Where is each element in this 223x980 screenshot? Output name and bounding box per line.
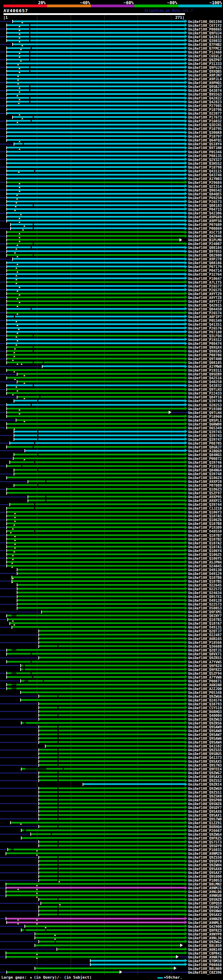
hit-bar[interactable] — [6, 887, 184, 889]
hit-bar[interactable] — [10, 622, 184, 624]
hit-bar[interactable] — [7, 189, 184, 191]
hit-bar[interactable] — [18, 607, 184, 609]
hit-label[interactable]: UniRef100_P08706 — [188, 353, 221, 357]
hit-bar[interactable] — [7, 423, 184, 425]
hit-bar[interactable] — [7, 653, 184, 655]
hit-bar[interactable] — [7, 331, 184, 333]
hit-label[interactable]: UniRef100_P18566 — [188, 641, 221, 644]
hit-bar[interactable] — [39, 760, 184, 762]
hit-label[interactable]: UniRef100_P19309 — [188, 526, 221, 530]
hit-bar[interactable] — [7, 369, 184, 371]
hit-bar[interactable] — [14, 400, 184, 401]
hit-label[interactable]: UniRef100_Q9SEB9 — [188, 372, 221, 376]
hit-label[interactable]: UniRef100_Q42306 — [188, 212, 221, 215]
hit-label[interactable]: UniRef100_Q39744 — [188, 503, 221, 506]
hit-label[interactable]: UniRef100_Q9FRZ2 — [188, 668, 221, 671]
hit-bar[interactable] — [6, 883, 184, 885]
hit-bar[interactable] — [12, 626, 184, 628]
hit-bar[interactable] — [7, 135, 184, 137]
hit-label[interactable]: UniRef100_Q36688 — [188, 644, 221, 648]
hit-label[interactable]: UniRef100_P16032 — [188, 119, 221, 123]
hit-bar[interactable] — [7, 239, 180, 240]
hit-label[interactable]: UniRef100_Q8VX71 — [188, 652, 221, 656]
hit-label[interactable]: UniRef100_P10796 — [188, 108, 221, 111]
hit-label[interactable]: UniRef100_A1YMW8 — [188, 365, 221, 369]
hit-bar[interactable] — [7, 492, 184, 494]
hit-label[interactable]: UniRef100_A9XP21 — [188, 499, 221, 503]
hit-label[interactable]: UniRef100_Q3ECH1 — [188, 123, 221, 127]
hit-bar[interactable] — [42, 611, 184, 612]
hit-label[interactable]: UniRef100_C0PR41 — [188, 951, 221, 955]
hit-bar[interactable] — [16, 687, 184, 689]
hit-bar[interactable] — [7, 193, 184, 195]
hit-label[interactable]: UniRef100_C6SVL2 — [188, 54, 221, 58]
hit-label[interactable]: UniRef100_Q84NG5 — [188, 453, 221, 457]
hit-label[interactable]: UniRef100_Q9ZSS5 — [188, 748, 221, 752]
hit-label[interactable]: UniRef100_Q42915 — [188, 304, 221, 307]
hit-bar[interactable] — [7, 354, 184, 356]
hit-label[interactable]: UniRef100_Q107B6 — [188, 576, 221, 579]
hit-bar[interactable] — [39, 872, 184, 873]
hit-label[interactable]: UniRef100_Q107B5 — [188, 579, 221, 583]
hit-label[interactable]: UniRef100_Q9FEE4 — [188, 767, 221, 771]
hit-label[interactable]: UniRef100_Q9ZRI4 — [188, 783, 221, 786]
hit-label[interactable]: UniRef100_P19310 — [188, 465, 221, 468]
hit-bar[interactable] — [16, 615, 184, 616]
hit-bar[interactable] — [7, 178, 184, 180]
hit-bar[interactable] — [7, 212, 184, 214]
hit-bar[interactable] — [14, 434, 184, 436]
hit-label[interactable]: UniRef100_Q1ZZ91 — [188, 821, 221, 825]
hit-label[interactable]: UniRef100_P08705 — [188, 442, 221, 445]
hit-bar[interactable] — [7, 687, 11, 689]
hit-label[interactable]: UniRef100_Q9SAX1 — [188, 813, 221, 817]
hit-bar[interactable] — [39, 737, 184, 739]
hit-bar[interactable] — [7, 293, 184, 294]
hit-label[interactable]: UniRef100_B8LRS9 — [188, 944, 221, 948]
hit-bar[interactable] — [39, 868, 184, 869]
hit-bar[interactable] — [14, 438, 184, 440]
hit-label[interactable]: UniRef100_Q9SAX3 — [188, 775, 221, 779]
hit-bar[interactable] — [7, 147, 184, 148]
hit-bar[interactable] — [39, 795, 184, 797]
hit-label[interactable]: UniRef100_B7FMC2 — [188, 46, 221, 51]
hit-bar[interactable] — [7, 231, 184, 233]
hit-bar[interactable] — [7, 24, 184, 26]
hit-bar[interactable] — [25, 450, 184, 452]
hit-label[interactable]: UniRef100_A9YTZ7 — [188, 300, 221, 304]
hit-bar[interactable] — [7, 388, 184, 390]
hit-bar[interactable] — [39, 780, 184, 781]
hit-bar[interactable] — [10, 461, 184, 463]
hit-bar[interactable] — [25, 665, 184, 667]
hit-label[interactable]: UniRef100_A7YVW6 — [188, 676, 221, 679]
hit-bar[interactable] — [16, 649, 184, 651]
hit-bar[interactable] — [6, 952, 184, 954]
hit-bar[interactable] — [7, 162, 184, 164]
hit-bar[interactable] — [7, 55, 184, 57]
hit-bar[interactable] — [13, 21, 184, 22]
hit-bar[interactable] — [7, 408, 184, 409]
hit-bar[interactable] — [7, 151, 184, 153]
hit-bar[interactable] — [39, 807, 184, 808]
hit-label[interactable]: UniRef100_Q9FRZ3 — [188, 929, 221, 932]
hit-bar[interactable] — [39, 638, 184, 639]
hit-bar[interactable] — [7, 139, 184, 141]
hit-bar[interactable] — [14, 473, 184, 474]
hit-bar[interactable] — [7, 526, 184, 528]
hit-bar[interactable] — [39, 856, 184, 858]
hit-label[interactable]: UniRef100_Q04450 — [188, 307, 221, 311]
hit-label[interactable]: UniRef100_P26576 — [188, 326, 221, 330]
hit-label[interactable]: UniRef100_P07179 — [188, 265, 221, 269]
hit-label[interactable]: UniRef100_B9S5G3 — [188, 92, 221, 96]
hit-label[interactable]: UniRef100_Q106Z3 — [188, 487, 221, 491]
hit-label[interactable]: UniRef100_Q6RWD8 — [188, 422, 221, 426]
hit-bar[interactable] — [7, 250, 184, 252]
hit-bar[interactable] — [6, 894, 184, 896]
hit-label[interactable]: UniRef100_P69250 — [188, 196, 221, 200]
hit-label[interactable]: UniRef100_Q9SAX8 — [188, 867, 221, 871]
hit-label[interactable]: UniRef100_P31333 — [188, 62, 221, 66]
hit-bar[interactable] — [47, 768, 184, 770]
hit-bar[interactable] — [7, 316, 184, 317]
hit-label[interactable]: UniRef100_Q9T4H0 — [188, 357, 221, 361]
hit-label[interactable]: UniRef100_Q9SAX7 — [188, 871, 221, 875]
hit-bar[interactable] — [39, 714, 184, 716]
